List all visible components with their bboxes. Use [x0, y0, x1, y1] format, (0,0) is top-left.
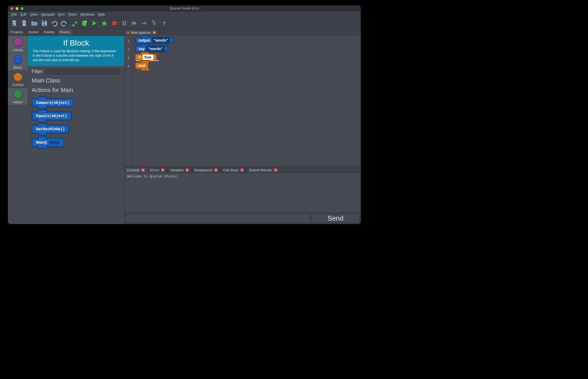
tab-palette[interactable]: Palette	[41, 29, 57, 36]
filter-input[interactable]	[45, 69, 121, 75]
main-body: Projects Scene Palette Blocks Advice Bas…	[8, 29, 361, 224]
window-title: Quorum Studio 6.0.0	[8, 7, 361, 10]
traffic-lights	[8, 7, 23, 10]
send-button[interactable]: Send	[312, 214, 359, 223]
menu-windows[interactable]: Windows	[78, 12, 96, 17]
line-number: 1	[125, 37, 132, 45]
bottom-tab-label: Errors	[150, 168, 159, 172]
block-end[interactable]: end	[135, 62, 149, 69]
step-into-icon[interactable]	[151, 20, 158, 27]
svg-rect-7	[112, 21, 116, 25]
close-icon[interactable]: ✕	[274, 168, 278, 172]
menu-team[interactable]: Team	[67, 12, 79, 17]
control-color-icon	[13, 73, 22, 82]
close-tab-icon[interactable]: ✕	[152, 31, 156, 34]
action-block-compare[interactable]: Compare(object)	[32, 98, 74, 107]
action-block-main[interactable]: Main()	[32, 138, 64, 147]
menu-file[interactable]: File	[9, 12, 19, 17]
undo-icon[interactable]	[51, 20, 58, 27]
tab-blocks[interactable]: Blocks	[57, 29, 73, 36]
action-block-equals[interactable]: Equals(object)	[32, 111, 72, 120]
close-icon[interactable]: ✕	[161, 168, 165, 172]
category-action[interactable]: Action	[8, 88, 28, 105]
category-advice[interactable]: Advice	[8, 36, 28, 53]
close-window-icon[interactable]	[11, 7, 13, 10]
bottom-tab-breakpoints[interactable]: Breakpoints ✕	[192, 167, 220, 173]
bottom-tab-label: Search Results	[249, 168, 272, 172]
block-say[interactable]: say "words"	[135, 45, 168, 52]
menubar: File Edit View Navigate Run Team Windows…	[8, 12, 361, 17]
continue-icon[interactable]	[131, 20, 138, 27]
bottom-tabs: Console ✕ Errors ✕ Variables ✕ Breakpoin…	[125, 167, 361, 173]
pause-icon[interactable]	[121, 20, 128, 27]
quorum-file-icon: ◆	[127, 31, 129, 34]
editor-tabs: ◆ Main.quorum ✕	[125, 29, 361, 35]
close-icon[interactable]: ✕	[141, 168, 145, 172]
app-window: Quorum Studio 6.0.0 File Edit View Navig…	[8, 5, 361, 224]
block-value[interactable]: "words"	[152, 38, 170, 43]
run-icon[interactable]	[91, 20, 98, 27]
editor-tab-main[interactable]: ◆ Main.quorum ✕	[125, 30, 159, 35]
clean-build-icon[interactable]: +	[81, 20, 88, 27]
console-input-row: Send	[125, 212, 361, 224]
action-color-icon	[13, 90, 22, 99]
new-project-icon[interactable]: P	[11, 20, 18, 27]
bottom-tab-search-results[interactable]: Search Results ✕	[247, 167, 280, 173]
block-output[interactable]: output "words"	[135, 37, 174, 44]
palette-content: Filter: Main Class Actions for Main Comp…	[28, 66, 124, 224]
debug-icon[interactable]	[101, 20, 108, 27]
info-text: The if block is used for decision making…	[33, 49, 120, 62]
menu-navigate[interactable]: Navigate	[39, 12, 56, 17]
redo-icon[interactable]	[61, 20, 68, 27]
heading-main-class: Main Class	[32, 77, 121, 84]
editor-tab-label: Main.quorum	[131, 31, 151, 35]
block-keyword: end	[139, 64, 145, 68]
step-out-icon[interactable]	[161, 20, 168, 27]
bottom-tab-variables[interactable]: Variables ✕	[167, 167, 191, 173]
bottom-tab-label: Variables	[170, 168, 184, 172]
line-number: 2	[125, 45, 132, 54]
close-icon[interactable]: ✕	[185, 168, 189, 172]
menu-run[interactable]: Run	[57, 12, 67, 17]
menu-edit[interactable]: Edit	[19, 12, 28, 17]
block-condition[interactable]: true	[142, 55, 154, 60]
block-if[interactable]: if true	[135, 54, 157, 61]
close-icon[interactable]: ✕	[240, 168, 244, 172]
console-input[interactable]	[126, 214, 310, 223]
line-gutter: 1 2 3 4	[125, 35, 132, 166]
category-label: Control	[12, 83, 23, 87]
block-value[interactable]: "words"	[146, 46, 165, 51]
line-number: 4	[125, 62, 132, 71]
zoom-window-icon[interactable]	[21, 7, 23, 10]
tab-scene[interactable]: Scene	[26, 29, 41, 36]
tab-projects[interactable]: Projects	[8, 29, 26, 36]
menu-help[interactable]: Help	[96, 12, 107, 17]
basic-color-icon	[13, 55, 22, 64]
build-icon[interactable]	[71, 20, 78, 27]
step-over-icon[interactable]	[141, 20, 148, 27]
save-icon[interactable]	[41, 20, 48, 27]
bottom-tab-label: Breakpoints	[194, 168, 213, 172]
close-icon[interactable]: ✕	[214, 168, 218, 172]
left-panel: Projects Scene Palette Blocks Advice Bas…	[8, 29, 125, 224]
stop-icon[interactable]	[111, 20, 118, 27]
bottom-tab-errors[interactable]: Errors ✕	[148, 167, 167, 173]
block-keyword: if	[139, 55, 141, 59]
editor-area: 1 2 3 4 output "words"	[125, 35, 361, 167]
bottom-tab-console[interactable]: Console ✕	[125, 167, 147, 173]
advice-color-icon	[13, 38, 22, 47]
category-strip: Advice Basic Control Action	[8, 36, 28, 224]
svg-text:P: P	[13, 22, 15, 24]
minimize-window-icon[interactable]	[16, 7, 18, 10]
code-canvas[interactable]: output "words" say "words"	[132, 35, 361, 166]
info-title: If Block	[33, 38, 120, 47]
action-block-gethashcode[interactable]: GetHashCode()	[32, 125, 69, 134]
category-control[interactable]: Control	[8, 71, 28, 88]
bottom-tab-call-stack[interactable]: Call Stack ✕	[221, 167, 246, 173]
svg-rect-9	[125, 21, 126, 25]
open-folder-icon[interactable]	[31, 20, 38, 27]
bottom-tab-label: Console	[127, 168, 140, 172]
menu-view[interactable]: View	[28, 12, 39, 17]
new-file-icon[interactable]: <>	[21, 20, 28, 27]
category-basic[interactable]: Basic	[8, 53, 28, 71]
